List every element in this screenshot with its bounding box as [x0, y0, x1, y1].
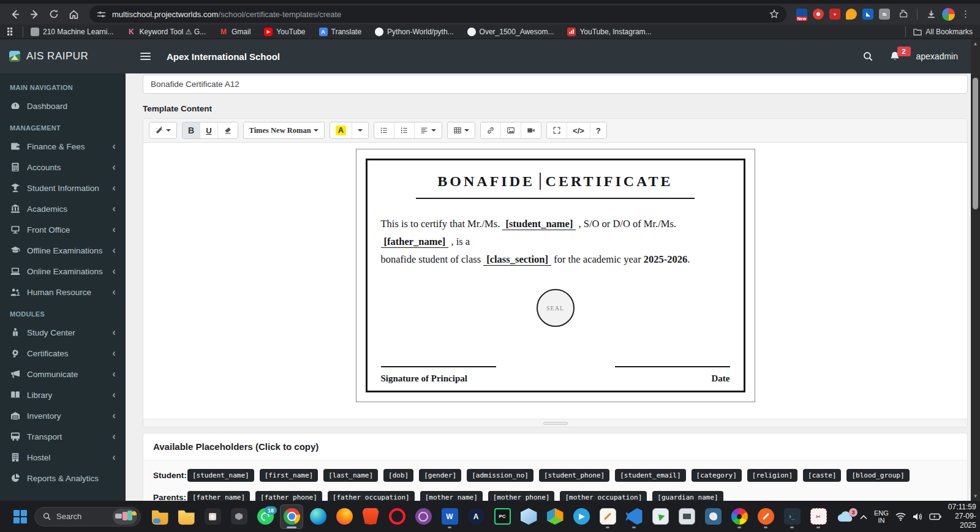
sidebar-item[interactable]: Human Resource ‹	[0, 282, 126, 302]
resize-grip[interactable]	[543, 422, 568, 425]
ordered-list-button[interactable]	[394, 122, 414, 138]
placeholder-chip[interactable]: [last_name]	[323, 469, 378, 482]
taskbar-app[interactable]	[359, 504, 382, 529]
scroll-up-arrow[interactable]: ▲	[971, 39, 980, 48]
start-button[interactable]	[13, 510, 27, 523]
sidebar-item[interactable]: Front Office ‹	[0, 219, 126, 240]
extensions-puzzle-icon[interactable]	[895, 6, 912, 23]
sidebar-item[interactable]: Transport ‹	[0, 426, 126, 447]
bookmark-star-icon[interactable]	[769, 9, 779, 19]
taskbar-app[interactable]	[201, 504, 224, 529]
bold-button[interactable]: B	[183, 122, 200, 138]
placeholder-chip[interactable]: [mother_occupation]	[560, 491, 647, 501]
battery-icon[interactable]	[929, 513, 941, 520]
taskbar-app[interactable]	[728, 504, 751, 529]
downloads-icon[interactable]	[922, 6, 940, 23]
sidebar-item[interactable]: Communicate ‹	[0, 364, 126, 384]
placeholder-chip[interactable]: [mother_phone]	[488, 491, 555, 501]
search-icon[interactable]	[862, 51, 873, 62]
taskbar-app[interactable]	[280, 504, 303, 529]
sidebar-item[interactable]: Inventory ‹	[0, 405, 126, 426]
placeholder-chip[interactable]: [mother_name]	[420, 491, 483, 501]
taskbar-app[interactable]: 18	[254, 504, 277, 529]
apps-grid-icon[interactable]	[7, 28, 15, 36]
taskbar-app[interactable]	[701, 504, 725, 529]
profile-avatar[interactable]	[942, 8, 955, 21]
taskbar-app[interactable]	[148, 504, 172, 529]
placeholder-chip[interactable]: [father_name]	[187, 491, 250, 501]
bookmark-item[interactable]: A Translate	[319, 28, 362, 36]
sidebar-item[interactable]: Academics ‹	[0, 198, 126, 219]
reload-icon[interactable]	[45, 6, 62, 23]
magic-style-button[interactable]	[149, 122, 176, 138]
taskbar-app[interactable]	[517, 504, 540, 529]
taskbar-app[interactable]	[385, 504, 409, 529]
browser-extension-icon[interactable]	[813, 9, 824, 20]
wifi-icon[interactable]	[895, 512, 906, 521]
sidebar-item[interactable]: Dashboard	[0, 96, 126, 116]
volume-icon[interactable]	[913, 512, 922, 521]
bookmark-item[interactable]: YouTube, Instagram...	[567, 28, 651, 36]
scroll-down-arrow[interactable]: ▼	[971, 492, 980, 501]
placeholder-chip[interactable]: [first_name]	[260, 469, 318, 482]
placeholder-chip[interactable]: [dob]	[383, 469, 413, 482]
browser-extension-icon[interactable]: »	[829, 9, 840, 20]
insert-table-button[interactable]	[448, 122, 475, 138]
paragraph-align-button[interactable]	[414, 122, 442, 138]
placeholder-chip[interactable]: [student_name]	[187, 469, 254, 482]
taskbar-app[interactable]: PC	[491, 504, 514, 529]
taskbar-search[interactable]: Search	[34, 507, 141, 526]
taskbar-app[interactable]	[227, 504, 251, 529]
browser-menu-icon[interactable]: ⋮	[957, 9, 974, 20]
taskbar-app[interactable]: A	[464, 504, 488, 529]
insert-video-button[interactable]	[521, 122, 541, 138]
taskbar-app[interactable]	[754, 504, 777, 529]
all-bookmarks-button[interactable]: All Bookmarks	[913, 28, 973, 36]
placeholder-chip[interactable]: [father_occupation]	[328, 491, 415, 501]
unordered-list-button[interactable]	[374, 122, 394, 138]
tray-expand-icon[interactable]	[860, 514, 867, 521]
placeholder-chip[interactable]: [student_email]	[615, 469, 685, 482]
site-settings-icon[interactable]	[97, 10, 106, 19]
taskbar-app[interactable]	[622, 504, 646, 529]
clear-format-button[interactable]	[217, 122, 238, 138]
cloud-app-icon[interactable]: 3	[837, 511, 853, 522]
bookmark-item[interactable]: M Gmail	[219, 28, 251, 36]
user-menu[interactable]: apexadmin	[916, 51, 966, 61]
sidebar-item[interactable]: Certificates ‹	[0, 343, 126, 364]
taskbar-app[interactable]: ›_	[780, 504, 804, 529]
insert-image-button[interactable]	[500, 122, 521, 138]
code-view-button[interactable]: </>	[567, 122, 590, 138]
placeholder-chip[interactable]: [admission_no]	[467, 469, 533, 482]
browser-extension-icon[interactable]: fb	[879, 9, 890, 20]
sidebar-item[interactable]: Offline Examinations ‹	[0, 240, 126, 261]
taskbar-app[interactable]: ✂	[807, 504, 830, 529]
font-family-dropdown[interactable]: Times New Roman	[244, 122, 324, 138]
help-button[interactable]: ?	[590, 122, 606, 138]
taskbar-app[interactable]	[675, 504, 698, 529]
taskbar-app[interactable]	[306, 504, 330, 529]
sidebar-item[interactable]: Library ‹	[0, 384, 126, 405]
taskbar-app[interactable]	[649, 504, 672, 529]
placeholder-chip[interactable]: [caste]	[803, 469, 841, 482]
sidebar-item[interactable]: Reports & Analytics	[0, 468, 126, 489]
taskbar-app[interactable]	[543, 504, 567, 529]
browser-extension-icon[interactable]	[862, 9, 873, 20]
placeholder-chip[interactable]: [gender]	[419, 469, 461, 482]
taskbar-app[interactable]	[333, 504, 356, 529]
placeholder-chip[interactable]: [religion]	[747, 469, 797, 482]
bookmark-item[interactable]: Python-World/pyth...	[375, 28, 454, 36]
font-color-button[interactable]: A	[330, 122, 352, 138]
taskbar-app[interactable]	[570, 504, 593, 529]
sidebar-item[interactable]: Finance & Fees ‹	[0, 136, 126, 157]
taskbar-app[interactable]: W	[438, 504, 461, 529]
placeholder-chip[interactable]: [father_phone]	[255, 491, 322, 501]
page-scrollbar[interactable]: ▲ ▼	[971, 39, 980, 501]
language-indicator[interactable]: ENGIN	[874, 509, 889, 524]
editor-canvas[interactable]: BONAFIDE CERTIFICATE This is to certify …	[143, 143, 967, 419]
notifications-button[interactable]: 2	[889, 51, 900, 62]
taskbar-app[interactable]	[412, 504, 435, 529]
taskbar-app[interactable]	[175, 504, 198, 529]
underline-button[interactable]: U	[200, 122, 217, 138]
font-color-dropdown[interactable]	[352, 122, 368, 138]
